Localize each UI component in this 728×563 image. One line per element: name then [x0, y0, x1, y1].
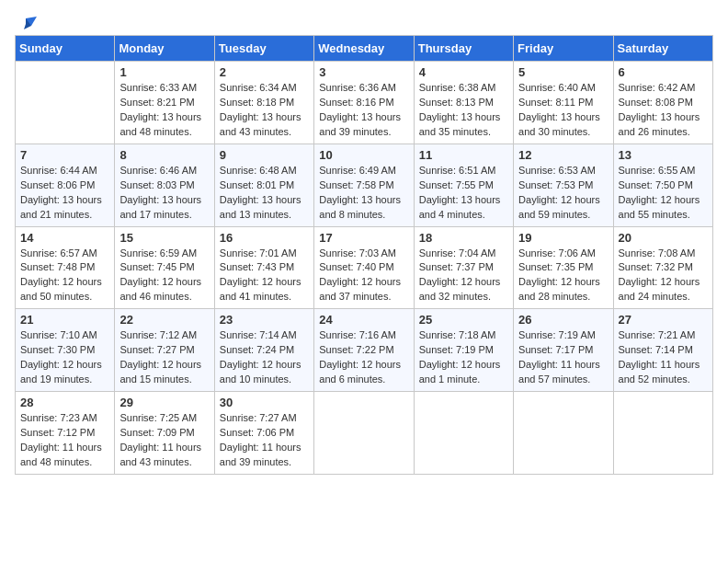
day-number: 27 — [619, 313, 708, 327]
calendar-week-3: 14Sunrise: 6:57 AM Sunset: 7:48 PM Dayli… — [16, 226, 713, 309]
day-number: 28 — [20, 396, 109, 409]
day-number: 6 — [619, 65, 708, 79]
page-header — [15, 15, 713, 29]
day-number: 18 — [419, 231, 508, 245]
day-info: Sunrise: 7:23 AM Sunset: 7:12 PM Dayligh… — [20, 411, 109, 470]
calendar-cell: 7Sunrise: 6:44 AM Sunset: 8:06 PM Daylig… — [16, 144, 115, 226]
day-info: Sunrise: 7:16 AM Sunset: 7:22 PM Dayligh… — [319, 328, 408, 387]
calendar-week-4: 21Sunrise: 7:10 AM Sunset: 7:30 PM Dayli… — [16, 309, 713, 392]
day-info: Sunrise: 7:27 AM Sunset: 7:06 PM Dayligh… — [220, 411, 309, 470]
calendar-cell: 12Sunrise: 6:53 AM Sunset: 7:53 PM Dayli… — [514, 144, 613, 226]
calendar-cell: 16Sunrise: 7:01 AM Sunset: 7:43 PM Dayli… — [214, 226, 313, 309]
calendar-cell: 9Sunrise: 6:48 AM Sunset: 8:01 PM Daylig… — [214, 144, 313, 226]
day-info: Sunrise: 6:34 AM Sunset: 8:18 PM Dayligh… — [220, 81, 309, 140]
day-number: 21 — [20, 313, 109, 327]
calendar-cell: 18Sunrise: 7:04 AM Sunset: 7:37 PM Dayli… — [414, 226, 513, 309]
calendar-cell: 11Sunrise: 6:51 AM Sunset: 7:55 PM Dayli… — [414, 144, 513, 226]
calendar-cell: 30Sunrise: 7:27 AM Sunset: 7:06 PM Dayli… — [214, 392, 313, 475]
day-info: Sunrise: 6:42 AM Sunset: 8:08 PM Dayligh… — [619, 81, 708, 140]
calendar-cell: 14Sunrise: 6:57 AM Sunset: 7:48 PM Dayli… — [16, 226, 115, 309]
logo-bird-icon — [17, 17, 37, 33]
day-info: Sunrise: 6:59 AM Sunset: 7:45 PM Dayligh… — [119, 247, 209, 305]
day-info: Sunrise: 6:38 AM Sunset: 8:13 PM Dayligh… — [419, 81, 508, 140]
day-info: Sunrise: 7:14 AM Sunset: 7:24 PM Dayligh… — [220, 328, 309, 387]
calendar-cell: 5Sunrise: 6:40 AM Sunset: 8:11 PM Daylig… — [514, 62, 613, 144]
day-number: 20 — [619, 231, 708, 245]
calendar-cell: 26Sunrise: 7:19 AM Sunset: 7:17 PM Dayli… — [514, 309, 613, 392]
day-number: 29 — [119, 396, 209, 409]
calendar-week-1: 1Sunrise: 6:33 AM Sunset: 8:21 PM Daylig… — [16, 62, 713, 144]
day-info: Sunrise: 6:57 AM Sunset: 7:48 PM Dayligh… — [20, 247, 109, 305]
day-of-week-friday: Friday — [514, 36, 613, 62]
day-info: Sunrise: 6:46 AM Sunset: 8:03 PM Dayligh… — [119, 164, 209, 223]
day-number: 15 — [119, 231, 209, 245]
calendar-cell: 17Sunrise: 7:03 AM Sunset: 7:40 PM Dayli… — [314, 226, 414, 309]
day-number: 13 — [619, 148, 708, 162]
calendar-cell — [16, 62, 115, 144]
calendar-cell — [314, 392, 414, 475]
day-info: Sunrise: 7:10 AM Sunset: 7:30 PM Dayligh… — [20, 328, 109, 387]
logo — [15, 18, 37, 29]
calendar-cell: 29Sunrise: 7:25 AM Sunset: 7:09 PM Dayli… — [115, 392, 214, 475]
day-number: 24 — [319, 313, 408, 327]
day-info: Sunrise: 6:33 AM Sunset: 8:21 PM Dayligh… — [119, 81, 209, 140]
calendar-cell: 1Sunrise: 6:33 AM Sunset: 8:21 PM Daylig… — [115, 62, 214, 144]
calendar-cell — [613, 392, 712, 475]
day-number: 19 — [518, 231, 608, 245]
day-number: 9 — [220, 148, 309, 162]
day-number: 26 — [518, 313, 608, 327]
day-info: Sunrise: 7:03 AM Sunset: 7:40 PM Dayligh… — [319, 247, 408, 305]
day-number: 14 — [20, 231, 109, 245]
calendar-cell: 22Sunrise: 7:12 AM Sunset: 7:27 PM Dayli… — [115, 309, 214, 392]
day-info: Sunrise: 7:06 AM Sunset: 7:35 PM Dayligh… — [518, 247, 608, 305]
calendar-cell: 8Sunrise: 6:46 AM Sunset: 8:03 PM Daylig… — [115, 144, 214, 226]
day-info: Sunrise: 6:51 AM Sunset: 7:55 PM Dayligh… — [419, 164, 508, 223]
day-of-week-monday: Monday — [115, 36, 214, 62]
day-number: 16 — [220, 231, 309, 245]
day-info: Sunrise: 7:12 AM Sunset: 7:27 PM Dayligh… — [119, 328, 209, 387]
day-info: Sunrise: 6:53 AM Sunset: 7:53 PM Dayligh… — [518, 164, 608, 223]
calendar-week-2: 7Sunrise: 6:44 AM Sunset: 8:06 PM Daylig… — [16, 144, 713, 226]
calendar-cell: 15Sunrise: 6:59 AM Sunset: 7:45 PM Dayli… — [115, 226, 214, 309]
calendar-cell: 6Sunrise: 6:42 AM Sunset: 8:08 PM Daylig… — [613, 62, 712, 144]
calendar-cell: 27Sunrise: 7:21 AM Sunset: 7:14 PM Dayli… — [613, 309, 712, 392]
day-number: 2 — [220, 65, 309, 79]
day-number: 3 — [319, 65, 408, 79]
day-number: 4 — [419, 65, 508, 79]
day-info: Sunrise: 7:18 AM Sunset: 7:19 PM Dayligh… — [419, 328, 508, 387]
day-info: Sunrise: 6:55 AM Sunset: 7:50 PM Dayligh… — [619, 164, 708, 223]
day-info: Sunrise: 6:44 AM Sunset: 8:06 PM Dayligh… — [20, 164, 109, 223]
day-number: 7 — [20, 148, 109, 162]
calendar-cell: 20Sunrise: 7:08 AM Sunset: 7:32 PM Dayli… — [613, 226, 712, 309]
day-info: Sunrise: 6:48 AM Sunset: 8:01 PM Dayligh… — [220, 164, 309, 223]
day-info: Sunrise: 7:04 AM Sunset: 7:37 PM Dayligh… — [419, 247, 508, 305]
day-number: 23 — [220, 313, 309, 327]
calendar-week-5: 28Sunrise: 7:23 AM Sunset: 7:12 PM Dayli… — [16, 392, 713, 475]
day-number: 22 — [119, 313, 209, 327]
calendar-cell: 3Sunrise: 6:36 AM Sunset: 8:16 PM Daylig… — [314, 62, 414, 144]
day-info: Sunrise: 6:36 AM Sunset: 8:16 PM Dayligh… — [319, 81, 408, 140]
day-number: 1 — [119, 65, 209, 79]
day-number: 17 — [319, 231, 408, 245]
calendar-cell: 21Sunrise: 7:10 AM Sunset: 7:30 PM Dayli… — [16, 309, 115, 392]
day-info: Sunrise: 7:25 AM Sunset: 7:09 PM Dayligh… — [119, 411, 209, 470]
day-of-week-thursday: Thursday — [414, 36, 513, 62]
calendar-table: SundayMondayTuesdayWednesdayThursdayFrid… — [15, 35, 713, 475]
day-number: 25 — [419, 313, 508, 327]
day-info: Sunrise: 7:08 AM Sunset: 7:32 PM Dayligh… — [619, 247, 708, 305]
day-number: 10 — [319, 148, 408, 162]
calendar-cell — [514, 392, 613, 475]
calendar-cell: 23Sunrise: 7:14 AM Sunset: 7:24 PM Dayli… — [214, 309, 313, 392]
day-of-week-saturday: Saturday — [613, 36, 712, 62]
day-info: Sunrise: 7:21 AM Sunset: 7:14 PM Dayligh… — [619, 328, 708, 387]
calendar-cell: 4Sunrise: 6:38 AM Sunset: 8:13 PM Daylig… — [414, 62, 513, 144]
calendar-header-row: SundayMondayTuesdayWednesdayThursdayFrid… — [16, 36, 713, 62]
calendar-cell: 24Sunrise: 7:16 AM Sunset: 7:22 PM Dayli… — [314, 309, 414, 392]
day-number: 30 — [220, 396, 309, 409]
calendar-cell: 28Sunrise: 7:23 AM Sunset: 7:12 PM Dayli… — [16, 392, 115, 475]
day-number: 8 — [119, 148, 209, 162]
calendar-cell: 13Sunrise: 6:55 AM Sunset: 7:50 PM Dayli… — [613, 144, 712, 226]
day-number: 5 — [518, 65, 608, 79]
calendar-cell: 10Sunrise: 6:49 AM Sunset: 7:58 PM Dayli… — [314, 144, 414, 226]
day-info: Sunrise: 6:49 AM Sunset: 7:58 PM Dayligh… — [319, 164, 408, 223]
